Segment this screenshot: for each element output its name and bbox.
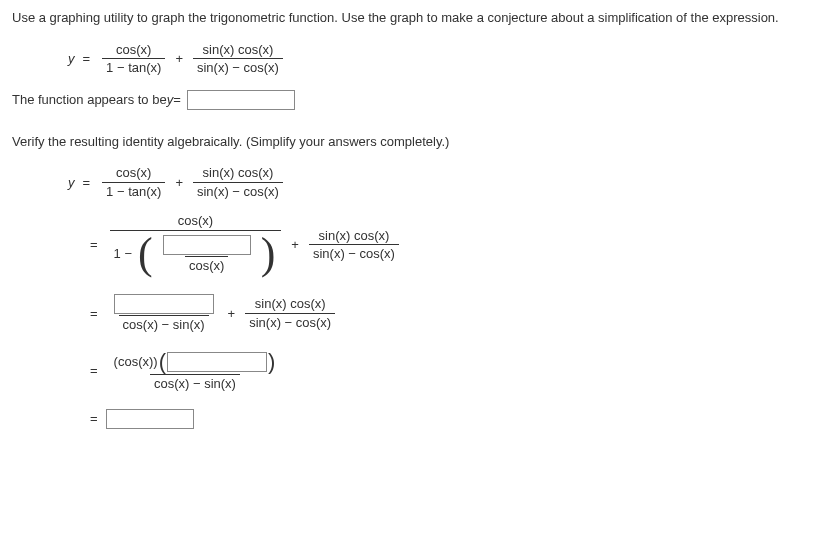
- frac1-den: 1 − tan(x): [102, 58, 165, 76]
- instructions: Use a graphing utility to graph the trig…: [12, 8, 813, 28]
- eq2-lhs: y: [68, 173, 75, 193]
- appears-row: The function appears to be y =: [12, 90, 813, 110]
- eq2-row: y = cos(x) 1 − tan(x) + sin(x) cos(x) si…: [12, 165, 813, 199]
- equals: =: [90, 361, 98, 381]
- step2-frac2-num: sin(x) cos(x): [251, 296, 330, 313]
- step1-inner-num-input[interactable]: [163, 235, 251, 255]
- open-paren-icon: (: [159, 351, 166, 373]
- eq2-frac2-den: sin(x) − cos(x): [193, 182, 283, 200]
- step3-num: (cos(x)) ( ): [110, 351, 281, 374]
- eq2-frac2: sin(x) cos(x) sin(x) − cos(x): [193, 165, 283, 199]
- step1-inner-num: [159, 235, 255, 256]
- step1-inner-frac: cos(x): [159, 235, 255, 274]
- close-paren-icon: ): [261, 232, 276, 276]
- given-expression: y = cos(x) 1 − tan(x) + sin(x) cos(x) si…: [12, 42, 813, 76]
- verify-text: Verify the resulting identity algebraica…: [12, 134, 449, 149]
- step2-num-input[interactable]: [114, 294, 214, 314]
- step2-frac2: sin(x) cos(x) sin(x) − cos(x): [245, 296, 335, 330]
- var-y: y: [68, 49, 75, 69]
- final-input[interactable]: [106, 409, 194, 429]
- open-paren-icon: (: [138, 232, 153, 276]
- step1-den-left: 1 −: [114, 246, 132, 262]
- equals: =: [83, 173, 91, 193]
- frac2-num: sin(x) cos(x): [199, 42, 278, 59]
- frac1: cos(x) 1 − tan(x): [102, 42, 165, 76]
- appears-text-a: The function appears to be: [12, 90, 167, 110]
- plus: +: [291, 235, 299, 255]
- step2-frac1: cos(x) − sin(x): [110, 294, 218, 333]
- equals: =: [90, 304, 98, 324]
- step3-num-left: (cos(x)): [114, 354, 158, 370]
- step3-frac: (cos(x)) ( ) cos(x) − sin(x): [110, 351, 281, 392]
- instructions-text: Use a graphing utility to graph the trig…: [12, 10, 779, 25]
- plus: +: [175, 173, 183, 193]
- step1-row: = cos(x) 1 − ( cos(x) ) + sin(x) cos(x) …: [12, 213, 813, 276]
- step1-outer-num: cos(x): [174, 213, 217, 230]
- appears-input[interactable]: [187, 90, 295, 110]
- close-paren-icon: ): [268, 351, 275, 373]
- step2-row: = cos(x) − sin(x) + sin(x) cos(x) sin(x)…: [12, 294, 813, 333]
- equals: =: [90, 409, 98, 429]
- step2-frac1-num: [110, 294, 218, 315]
- step3-den: cos(x) − sin(x): [150, 374, 240, 392]
- frac1-num: cos(x): [112, 42, 155, 59]
- eq2-frac2-num: sin(x) cos(x): [199, 165, 278, 182]
- step1-frac2-num: sin(x) cos(x): [315, 228, 394, 245]
- appears-eq: =: [173, 90, 181, 110]
- step2-frac2-den: sin(x) − cos(x): [245, 313, 335, 331]
- step1-inner-den: cos(x): [185, 256, 228, 274]
- step3-num-input[interactable]: [167, 352, 267, 372]
- eq2-frac1-num: cos(x): [112, 165, 155, 182]
- step1-frac2: sin(x) cos(x) sin(x) − cos(x): [309, 228, 399, 262]
- step1-outer-frac: cos(x) 1 − ( cos(x) ): [110, 213, 282, 276]
- step1-outer-den: 1 − ( cos(x) ): [110, 230, 282, 276]
- final-row: =: [12, 409, 813, 429]
- frac2-den: sin(x) − cos(x): [193, 58, 283, 76]
- verify-instruction: Verify the resulting identity algebraica…: [12, 132, 813, 152]
- equals: =: [83, 49, 91, 69]
- step1-frac2-den: sin(x) − cos(x): [309, 244, 399, 262]
- frac2: sin(x) cos(x) sin(x) − cos(x): [193, 42, 283, 76]
- step2-frac1-den: cos(x) − sin(x): [119, 315, 209, 333]
- plus: +: [228, 304, 236, 324]
- eq2-frac1: cos(x) 1 − tan(x): [102, 165, 165, 199]
- equals: =: [90, 235, 98, 255]
- eq2-frac1-den: 1 − tan(x): [102, 182, 165, 200]
- plus: +: [175, 49, 183, 69]
- step3-row: = (cos(x)) ( ) cos(x) − sin(x): [12, 351, 813, 392]
